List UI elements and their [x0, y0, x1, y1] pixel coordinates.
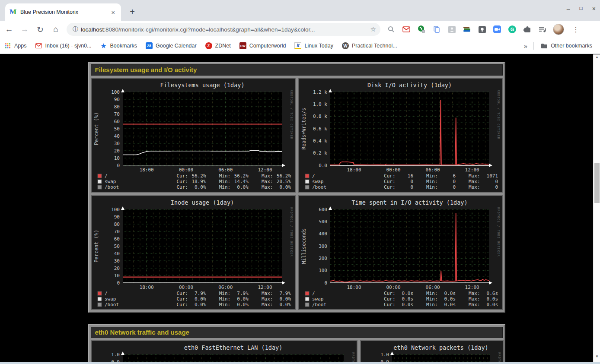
profile-avatar[interactable]: [553, 24, 564, 35]
new-tab-button[interactable]: +: [126, 6, 138, 18]
svg-text:7.9%: 7.9%: [279, 291, 291, 296]
grammarly-icon[interactable]: G: [507, 25, 517, 34]
svg-text:eth0 FastEthernet LAN (1day): eth0 FastEthernet LAN (1day): [184, 344, 282, 351]
vertical-scrollbar[interactable]: ▲ ▼: [593, 54, 600, 362]
gmail-icon: [35, 42, 42, 49]
svg-text:1071: 1071: [486, 173, 498, 179]
extensions-puzzle-icon[interactable]: [523, 25, 532, 34]
svg-text:Min:: Min:: [426, 302, 438, 307]
bookmark-star-icon[interactable]: ☆: [370, 25, 376, 33]
section-title: eth0 Network traffic and usage: [91, 327, 503, 338]
eth0-packets-chart[interactable]: 1.00.90.80.70.60.50.40.30.20.10.018:0000…: [360, 340, 504, 362]
svg-text:/boot: /boot: [105, 302, 119, 307]
svg-text:Max:: Max:: [261, 179, 273, 184]
svg-text:18:00: 18:00: [139, 167, 153, 173]
svg-text:Filesystems usage (1day): Filesystems usage (1day): [160, 82, 244, 89]
inode-usage-chart[interactable]: 100908070605040302010018:0000:0006:0012:…: [91, 195, 296, 310]
svg-text:60: 60: [114, 119, 119, 124]
zoom-camera-icon[interactable]: [492, 25, 502, 34]
svg-text:0.0%: 0.0%: [195, 184, 206, 190]
svg-text:Max:: Max:: [261, 173, 273, 179]
apps-grid-icon: [4, 42, 11, 49]
svg-text:12:00: 12:00: [465, 285, 479, 290]
bookmark-practical-technology[interactable]: W Practical Technol...: [338, 40, 402, 51]
bookmarks-overflow-chevron[interactable]: »: [520, 42, 531, 50]
svg-text:1.0: 1.0: [111, 352, 120, 358]
browser-menu-icon[interactable]: ⋮: [570, 25, 582, 34]
window-close-button[interactable]: ×: [592, 5, 596, 12]
svg-text:7.9%: 7.9%: [195, 291, 206, 296]
filesystems-usage-chart[interactable]: 100908070605040302010018:0000:0006:0012:…: [91, 78, 296, 193]
svg-text:80: 80: [114, 104, 119, 110]
svg-text:Percent (%): Percent (%): [93, 230, 99, 263]
svg-text:00:00: 00:00: [179, 167, 193, 173]
monitorix-favicon-icon: M: [10, 9, 16, 16]
scroll-up-icon[interactable]: ▲: [594, 54, 600, 60]
site-info-icon[interactable]: ⓘ: [73, 25, 78, 33]
svg-text:Min:: Min:: [426, 173, 438, 179]
svg-text:Min:: Min:: [219, 296, 230, 302]
svg-text:70: 70: [114, 111, 119, 117]
svg-text:Cur:: Cur:: [176, 173, 188, 179]
disk-io-activity-chart[interactable]: 1.2 k1.0 k0.8 k0.6 k0.4 k0.2 k0.018:0000…: [298, 78, 503, 193]
time-spent-io-chart[interactable]: 600500400300200100018:0000:0006:0012:00T…: [298, 195, 503, 310]
svg-text:Cur:: Cur:: [176, 296, 188, 302]
scrollbar-thumb[interactable]: [594, 163, 600, 203]
svg-text:G: G: [511, 27, 514, 32]
window-maximize-button[interactable]: □: [580, 5, 583, 12]
linux-today-icon: lt: [294, 42, 301, 49]
svg-text:0.0%: 0.0%: [237, 302, 249, 307]
browser-tab[interactable]: M Blue Precision Monitorix ×: [5, 3, 121, 21]
svg-text:0: 0: [117, 280, 120, 286]
svg-text:80: 80: [114, 222, 119, 227]
reload-icon[interactable]: ↻: [34, 23, 47, 36]
svg-text:0.6s: 0.6s: [486, 291, 498, 296]
svg-text:00:00: 00:00: [179, 285, 193, 290]
svg-text:0: 0: [495, 184, 498, 190]
bookmark-computerworld[interactable]: CW Computerworld: [235, 40, 290, 51]
person-frame-icon[interactable]: [447, 25, 456, 34]
svg-text:RRDTOOL / TOBI OETIKER: RRDTOOL / TOBI OETIKER: [290, 90, 293, 139]
svg-text:0.0s: 0.0s: [444, 296, 456, 302]
home-icon[interactable]: ⌂: [49, 23, 62, 36]
search-icon[interactable]: [386, 25, 396, 34]
bulb-card-icon[interactable]: [477, 25, 487, 34]
svg-text:12:00: 12:00: [258, 167, 272, 173]
svg-text:Max:: Max:: [261, 302, 273, 307]
bookmark-inbox[interactable]: Inbox (16) - sjvn0...: [31, 40, 96, 51]
gmail-icon[interactable]: [402, 25, 411, 34]
svg-text:1.0: 1.0: [380, 352, 389, 358]
svg-text:Min:: Min:: [219, 173, 230, 179]
svg-text:0: 0: [117, 163, 120, 168]
svg-text:16: 16: [407, 173, 413, 179]
forward-icon[interactable]: →: [18, 23, 31, 36]
svg-text:30: 30: [114, 258, 119, 264]
other-bookmarks-button[interactable]: Other bookmarks: [536, 40, 597, 51]
tab-close-icon[interactable]: ×: [109, 9, 117, 16]
google-voice-icon[interactable]: ?: [417, 25, 426, 34]
bookmark-zdnet[interactable]: Z ZDNet: [201, 40, 235, 51]
svg-text:18:00: 18:00: [347, 285, 361, 290]
svg-text:10: 10: [114, 273, 119, 279]
bookmark-bookmarks[interactable]: ★ Bookmarks: [96, 40, 142, 51]
svg-text:1.2 k: 1.2 k: [313, 89, 327, 95]
window-minimize-button[interactable]: –: [567, 5, 570, 12]
copy-pages-icon[interactable]: [432, 25, 441, 34]
svg-text:0.0%: 0.0%: [195, 296, 206, 302]
bookmark-google-calendar[interactable]: 28 Google Calendar: [141, 40, 201, 51]
svg-text:Cur:: Cur:: [384, 179, 396, 184]
tab-title: Blue Precision Monitorix: [20, 9, 109, 15]
address-bar[interactable]: ⓘ localhost:8080/monitorix-cgi/monitorix…: [67, 23, 380, 36]
playlist-icon[interactable]: [538, 25, 547, 34]
svg-text:20: 20: [114, 148, 119, 154]
apps-button[interactable]: Apps: [0, 40, 31, 51]
bookmark-label: Google Calendar: [156, 43, 197, 49]
scroll-down-icon[interactable]: ▼: [594, 354, 600, 360]
back-icon[interactable]: ←: [3, 23, 16, 36]
bookmark-linux-today[interactable]: lt Linux Today: [290, 40, 338, 51]
svg-text:0.0%: 0.0%: [279, 296, 291, 302]
eth0-lan-chart[interactable]: 1.00.90.80.70.60.50.40.30.20.10.018:0000…: [91, 340, 357, 362]
svg-text:6: 6: [453, 173, 456, 179]
svg-text:Max:: Max:: [469, 291, 480, 296]
library-books-icon[interactable]: [462, 25, 472, 34]
